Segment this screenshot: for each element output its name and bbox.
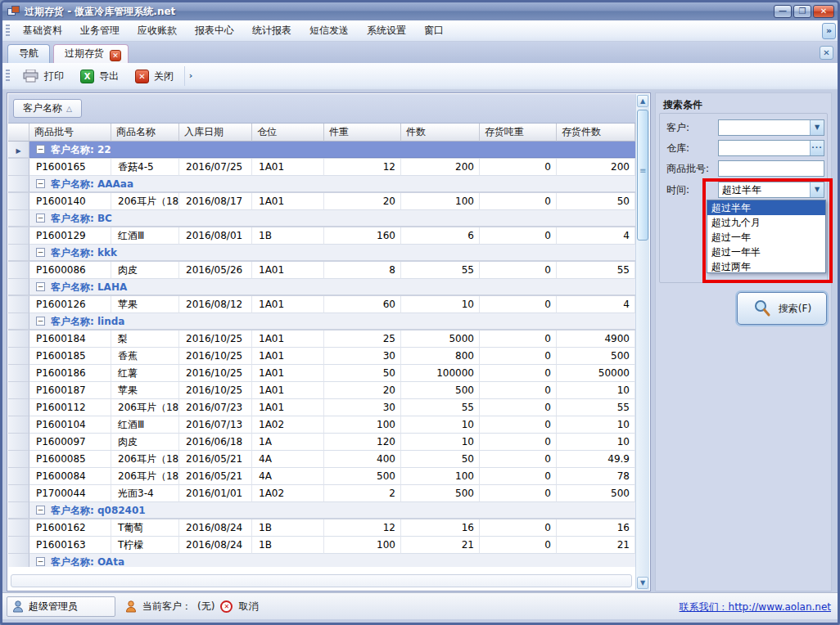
table-row[interactable]: P1600104红酒Ⅲ2016/07/131A0210010010 <box>8 416 635 434</box>
toolbar-grip[interactable] <box>6 70 10 83</box>
table-row[interactable]: P1600187苹果2016/10/251A0120500010 <box>8 382 635 399</box>
tab-navigation[interactable]: 导航 <box>7 44 50 63</box>
table-row[interactable]: P1600126苹果2016/08/121A01601004 <box>8 296 635 313</box>
table-row[interactable]: P1600184梨2016/10/251A0125500004900 <box>8 330 635 348</box>
collapse-icon[interactable]: − <box>36 214 45 223</box>
close-tab-button[interactable]: ✕ 关闭 <box>128 65 181 87</box>
table-row[interactable]: P1600085206耳片（18...2016/05/214A40050049.… <box>8 451 635 468</box>
cell: 0 <box>480 227 557 245</box>
menu-item-8[interactable]: 窗口 <box>415 20 453 41</box>
menu-grip[interactable] <box>6 25 10 38</box>
group-row[interactable]: −客户名称: BC <box>8 210 635 227</box>
column-header-1[interactable]: 商品批号 <box>29 124 111 142</box>
collapse-icon[interactable]: − <box>36 145 45 154</box>
cell: 0 <box>480 519 557 537</box>
current-user-box: 超级管理员 <box>7 596 115 617</box>
dropdown-option-1[interactable]: 超过半年 <box>707 200 825 215</box>
toolbar-chevron-icon[interactable]: › <box>184 66 196 86</box>
column-header-2[interactable]: 商品名称 <box>111 124 179 142</box>
cell: 0 <box>480 434 557 451</box>
table-row[interactable]: P1600140206耳片（18...2016/08/171A012010005… <box>8 193 635 210</box>
indicator-header <box>8 124 29 142</box>
cell: 160 <box>324 227 401 245</box>
menu-item-7[interactable]: 系统设置 <box>358 20 415 41</box>
batch-input[interactable] <box>718 160 824 177</box>
dropdown-option-3[interactable]: 超过一年 <box>707 230 825 245</box>
cell: 120 <box>324 434 401 451</box>
group-row[interactable]: −客户名称: linda <box>8 313 635 330</box>
table-row[interactable]: P1600084206耳片（18...2016/05/214A500100078 <box>8 468 635 485</box>
vertical-scrollbar[interactable]: ▲ ▼ <box>635 94 649 590</box>
collapse-icon[interactable]: − <box>36 282 45 291</box>
menu-item-5[interactable]: 统计报表 <box>243 20 300 41</box>
collapse-icon[interactable]: − <box>36 248 45 257</box>
time-combo[interactable]: 超过半年 ▼ <box>718 182 824 198</box>
chevron-down-icon[interactable]: ▼ <box>810 182 824 197</box>
column-header-3[interactable]: 入库日期 <box>179 124 252 142</box>
column-header-5[interactable]: 件重 <box>324 124 401 142</box>
menu-item-3[interactable]: 应收账款 <box>129 20 186 41</box>
tab-expired-inventory[interactable]: 过期存货✕ <box>53 44 129 63</box>
table-row[interactable]: P1600165香菇4-52016/07/251A01122000200 <box>8 159 635 176</box>
scrollbar-thumb[interactable] <box>637 110 648 241</box>
group-by-button[interactable]: 客户名称△ <box>13 99 82 118</box>
group-row[interactable]: −客户名称: LAHA <box>8 279 635 296</box>
tabstrip-close-icon[interactable]: ✕ <box>820 46 833 60</box>
cell: 50 <box>401 451 480 468</box>
table-row[interactable]: P1700044光面3-42016/01/011A0225000500 <box>8 485 635 502</box>
column-header-4[interactable]: 仓位 <box>252 124 324 142</box>
cell: 肉皮 <box>111 434 179 451</box>
table-row[interactable]: P1600163T柠檬2016/08/241B10021021 <box>8 537 635 554</box>
menu-item-1[interactable]: 基础资料 <box>14 20 71 41</box>
menu-item-4[interactable]: 报表中心 <box>186 20 243 41</box>
table-row[interactable]: P1600086肉皮2016/05/261A01855055 <box>8 262 635 279</box>
group-row[interactable]: −客户名称: OAta <box>8 554 635 567</box>
export-button[interactable]: X 导出 <box>73 65 126 87</box>
dropdown-option-4[interactable]: 超过一年半 <box>707 245 825 259</box>
column-header-8[interactable]: 存货件数 <box>557 124 635 142</box>
group-row[interactable]: −客户名称: kkk <box>8 245 635 262</box>
dropdown-option-2[interactable]: 超过九个月 <box>707 215 825 230</box>
cancel-circle-icon[interactable]: ✕ <box>220 600 233 613</box>
menu-item-6[interactable]: 短信发送 <box>300 20 358 41</box>
table-row[interactable]: P1600185香蕉2016/10/251A01308000500 <box>8 348 635 365</box>
app-icon <box>7 6 20 16</box>
cell: 2016/08/24 <box>179 537 252 554</box>
scroll-down-icon[interactable]: ▼ <box>637 577 648 589</box>
table-row[interactable]: P1600097肉皮2016/06/181A12010010 <box>8 434 635 451</box>
collapse-icon[interactable]: − <box>36 557 45 566</box>
table-row[interactable]: P1600186红薯2016/10/251A0150100000050000 <box>8 365 635 382</box>
column-header-6[interactable]: 件数 <box>401 124 480 142</box>
collapse-icon[interactable]: − <box>36 179 45 188</box>
cell: P1600086 <box>29 262 111 279</box>
tab-close-icon[interactable]: ✕ <box>110 50 121 61</box>
cell: 0 <box>480 485 557 502</box>
group-row[interactable]: ▶−客户名称: 22 <box>8 142 635 159</box>
table-row[interactable]: P1600129红酒Ⅲ2016/08/011B160604 <box>8 227 635 245</box>
contact-link[interactable]: 联系我们：http://www.aolan.net <box>680 600 831 614</box>
print-button[interactable]: 打印 <box>16 65 71 87</box>
close-button[interactable]: ✕ <box>813 5 834 18</box>
search-button[interactable]: 搜索(F) <box>737 292 827 325</box>
time-dropdown-list: 超过半年超过九个月超过一年超过一年半超过两年 <box>707 200 826 273</box>
collapse-icon[interactable]: − <box>36 506 45 515</box>
group-row[interactable]: −客户名称: q082401 <box>8 502 635 519</box>
table-row[interactable]: P1600112206耳片（18...2016/07/231A013055055 <box>8 399 635 416</box>
group-row[interactable]: −客户名称: AAAaa <box>8 176 635 193</box>
menu-item-2[interactable]: 业务管理 <box>71 20 129 41</box>
chevron-down-icon[interactable]: ▼ <box>810 120 824 135</box>
cancel-label[interactable]: 取消 <box>238 600 258 614</box>
column-header-7[interactable]: 存货吨重 <box>480 124 557 142</box>
ellipsis-icon[interactable]: ··· <box>810 141 824 155</box>
table-row[interactable]: P1600162T葡萄2016/08/241B1216016 <box>8 519 635 537</box>
customer-person-icon <box>125 600 137 613</box>
dropdown-option-5[interactable]: 超过两年 <box>707 259 825 274</box>
scroll-up-icon[interactable]: ▲ <box>637 95 648 107</box>
minimize-button[interactable]: — <box>774 5 792 18</box>
collapse-icon[interactable]: − <box>36 317 45 326</box>
maximize-button[interactable]: ❐ <box>793 5 811 18</box>
warehouse-picker[interactable]: ··· <box>718 140 824 156</box>
cell: T葡萄 <box>111 519 179 537</box>
customer-combo[interactable]: ▼ <box>718 119 824 136</box>
menu-overflow-chevron-icon[interactable]: » <box>822 23 836 39</box>
